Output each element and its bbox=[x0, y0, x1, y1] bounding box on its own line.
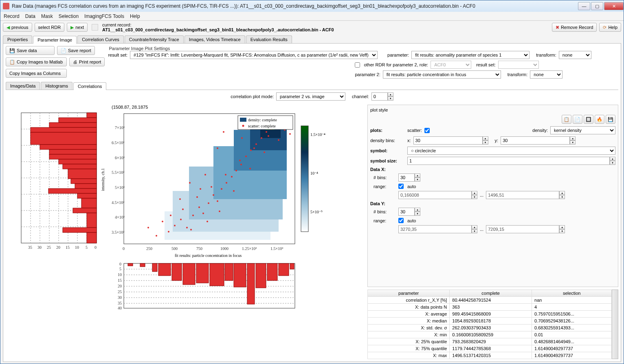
save-report-button[interactable]: 📄 Save report bbox=[57, 46, 95, 55]
transform2-select[interactable]: none bbox=[530, 70, 562, 79]
data-y-min-spinner[interactable]: ▲▼ bbox=[398, 225, 477, 233]
svg-point-97 bbox=[241, 137, 243, 139]
copy-matlab-button[interactable]: 📋 Copy Images to Matlab bbox=[6, 57, 67, 66]
symbol-size-spinner[interactable]: ▲▼ bbox=[407, 157, 615, 165]
corr-mode-select[interactable]: parameter 2 vs. image bbox=[276, 92, 345, 101]
tool-copy-icon[interactable]: 📋 bbox=[562, 115, 571, 124]
tab-parameter-image[interactable]: Parameter Image bbox=[33, 36, 77, 44]
data-x-label: Data X: bbox=[370, 167, 615, 172]
result-set-select[interactable]: #129 "imFCS Fit": lmfit: Levenberg-Marqu… bbox=[130, 51, 378, 59]
svg-point-67 bbox=[240, 164, 242, 165]
cursor-coords: (1508.87, 28.1875 bbox=[112, 105, 364, 110]
density-bins-x-spinner[interactable]: ▲▼ bbox=[413, 136, 488, 145]
subtab-correlations[interactable]: Correlations bbox=[73, 82, 106, 90]
svg-rect-31 bbox=[73, 208, 97, 213]
tool-save-icon[interactable]: 💾 bbox=[606, 115, 615, 124]
tool-paste-icon[interactable]: 📄 bbox=[573, 115, 582, 124]
data-y-max-spinner[interactable]: ▲▼ bbox=[486, 225, 565, 233]
subtab-histograms[interactable]: Histograms bbox=[41, 82, 73, 90]
menu-help[interactable]: Help bbox=[130, 13, 140, 19]
density-bins-y-spinner[interactable]: ▲▼ bbox=[501, 136, 576, 145]
svg-text:0: 0 bbox=[123, 246, 125, 251]
menu-data[interactable]: Data bbox=[25, 13, 35, 19]
density-select[interactable]: kernel density bbox=[550, 126, 615, 134]
select-rdr-button[interactable]: select RDR bbox=[35, 23, 65, 32]
svg-point-63 bbox=[221, 188, 222, 190]
svg-point-101 bbox=[289, 133, 291, 135]
parameter-select[interactable]: fit results: anomality parameter of spec… bbox=[411, 51, 530, 59]
subtab-images[interactable]: Images/Data bbox=[6, 82, 40, 90]
menu-selection[interactable]: Selection bbox=[59, 13, 79, 19]
settings-title: Parameter Image Plot Settings bbox=[109, 46, 618, 51]
data-y-label: Data Y: bbox=[370, 201, 615, 206]
stats-scrollbar[interactable] bbox=[612, 289, 618, 359]
remove-record-button[interactable]: ✖Remove Record bbox=[552, 23, 597, 32]
other-rdr-checkbox[interactable] bbox=[355, 62, 360, 68]
help-button[interactable]: ⟳Help bbox=[599, 23, 621, 32]
close-button[interactable]: ✕ bbox=[604, 2, 624, 10]
svg-rect-21 bbox=[49, 149, 97, 154]
previous-button[interactable]: ◀previous bbox=[3, 23, 32, 32]
svg-point-55 bbox=[180, 219, 182, 220]
tab-correlation-curves[interactable]: Correlation Curves bbox=[77, 35, 124, 43]
other-rdr-role-select[interactable]: ACF0 bbox=[431, 61, 471, 69]
svg-point-87 bbox=[162, 221, 163, 222]
tool-scale-icon[interactable]: 🔲 bbox=[584, 115, 593, 124]
parameter2-select[interactable]: fit results: particle concentration in f… bbox=[383, 70, 501, 79]
copy-columns-button[interactable]: Copy Images as Columns bbox=[6, 69, 67, 78]
svg-point-68 bbox=[245, 156, 247, 157]
maximize-button[interactable]: ▢ bbox=[591, 2, 603, 10]
save-data-button[interactable]: 💾 Save data bbox=[6, 46, 55, 55]
data-x-bins-spinner[interactable]: ▲▼ bbox=[398, 173, 420, 182]
result-set-label: result set: bbox=[108, 53, 127, 57]
y-histogram-plot[interactable]: 0510 152025 3035 bbox=[6, 110, 99, 256]
svg-point-66 bbox=[235, 170, 237, 171]
svg-rect-154 bbox=[279, 263, 289, 276]
data-y-auto-checkbox[interactable] bbox=[398, 218, 404, 223]
table-row: X: 25% quantile793.26838204290.482688146… bbox=[368, 338, 612, 345]
menu-record[interactable]: Record bbox=[4, 13, 20, 19]
svg-text:40: 40 bbox=[118, 306, 122, 310]
other-rdr-label: other RDR for parameter 2, role: bbox=[364, 62, 428, 67]
tab-images-videos[interactable]: Images, Videos Timetrace bbox=[185, 35, 245, 43]
svg-point-61 bbox=[213, 194, 214, 196]
main-scatter-plot[interactable]: density: complete scatter: complete 3.5×… bbox=[99, 110, 327, 260]
svg-point-83 bbox=[253, 147, 255, 149]
svg-point-92 bbox=[249, 168, 251, 169]
data-y-bins-spinner[interactable]: ▲▼ bbox=[398, 208, 420, 216]
svg-point-85 bbox=[156, 235, 157, 237]
svg-text:6.5×10³: 6.5×10³ bbox=[112, 140, 124, 145]
svg-point-77 bbox=[170, 215, 171, 216]
transform2-label: transform: bbox=[508, 72, 528, 77]
svg-point-94 bbox=[278, 139, 279, 141]
channel-spinner[interactable]: ▲▼ bbox=[371, 92, 393, 101]
svg-text:4×10³: 4×10³ bbox=[115, 215, 125, 219]
svg-rect-27 bbox=[75, 184, 97, 189]
minimize-button[interactable]: — bbox=[578, 2, 590, 10]
svg-text:1.25×10³: 1.25×10³ bbox=[242, 246, 257, 251]
svg-text:35: 35 bbox=[118, 301, 122, 305]
current-record-info: current record: AT1__s01_c03_000_corrdir… bbox=[102, 22, 334, 32]
svg-point-56 bbox=[186, 227, 188, 228]
print-report-button[interactable]: 🖨 Print report bbox=[69, 57, 105, 66]
menu-imagingfcs[interactable]: ImagingFCS Tools bbox=[84, 13, 124, 19]
next-button[interactable]: ▶next bbox=[67, 23, 88, 32]
transform1-select[interactable]: none bbox=[559, 51, 591, 59]
svg-point-79 bbox=[196, 196, 198, 198]
data-x-max-spinner[interactable]: ▲▼ bbox=[486, 191, 565, 199]
data-x-auto-checkbox[interactable] bbox=[398, 184, 404, 189]
tab-countrate[interactable]: Countrate/Intensity Trace bbox=[125, 35, 184, 43]
menu-mask[interactable]: Mask bbox=[41, 13, 53, 19]
tab-evaluation[interactable]: Evaluation Results bbox=[246, 35, 292, 43]
result-set2-select[interactable] bbox=[498, 61, 539, 69]
symbol-select[interactable]: ○ circlecircle bbox=[407, 147, 615, 155]
scatter-checkbox[interactable] bbox=[424, 128, 430, 133]
svg-text:1000: 1000 bbox=[220, 246, 229, 251]
tab-properties[interactable]: Properties bbox=[3, 35, 32, 43]
data-x-min-spinner[interactable]: ▲▼ bbox=[398, 191, 477, 199]
tool-color-icon[interactable]: 🔥 bbox=[595, 115, 604, 124]
x-histogram-plot[interactable]: 0510 152025 303540 bbox=[99, 260, 327, 315]
svg-rect-28 bbox=[48, 189, 97, 193]
svg-point-78 bbox=[182, 208, 184, 210]
svg-rect-143 bbox=[152, 263, 157, 272]
